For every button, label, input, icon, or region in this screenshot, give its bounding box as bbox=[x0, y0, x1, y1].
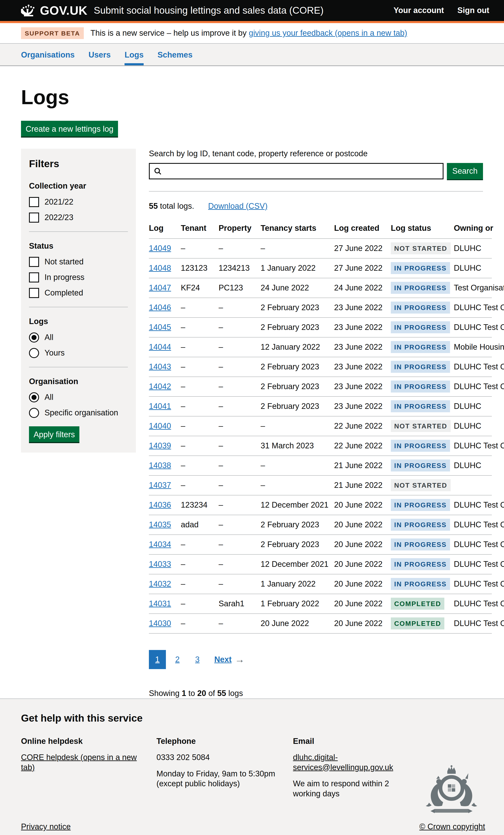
your-account-link[interactable]: Your account bbox=[394, 5, 444, 16]
cell-log-created: 20 June 2022 bbox=[334, 515, 391, 535]
log-link-14038[interactable]: 14038 bbox=[149, 461, 171, 470]
radio-all[interactable] bbox=[29, 332, 39, 343]
govuk-logo[interactable]: GOV.UK bbox=[21, 3, 87, 18]
privacy-notice-link[interactable]: Privacy notice bbox=[21, 822, 71, 832]
pagination-page-2[interactable]: 2 bbox=[169, 650, 186, 669]
table-row: 14041––2 February 202323 June 2022IN PRO… bbox=[149, 396, 492, 416]
footer-item: We aim to respond within 2 working days bbox=[293, 779, 415, 799]
govuk-footer: Get help with this service Online helpde… bbox=[0, 698, 504, 835]
checkbox-2021-22[interactable] bbox=[29, 197, 39, 207]
cell-owning-organisation: DLUHC Test Org bbox=[454, 377, 492, 396]
radio-specific-organisation[interactable] bbox=[29, 408, 39, 418]
nav-link-logs[interactable]: Logs bbox=[124, 50, 144, 59]
log-link-14034[interactable]: 14034 bbox=[149, 540, 171, 549]
cell-tenancy-starts: 1 February 2022 bbox=[261, 594, 334, 614]
log-link-14046[interactable]: 14046 bbox=[149, 303, 171, 312]
cell-log: 14042 bbox=[149, 377, 181, 396]
cell-tenant: – bbox=[181, 614, 219, 633]
checkbox-row-not-started[interactable]: Not started bbox=[29, 257, 128, 267]
log-link-14036[interactable]: 14036 bbox=[149, 501, 171, 509]
cell-log-created: 21 June 2022 bbox=[334, 475, 391, 495]
status-badge: IN PROGRESS bbox=[391, 381, 450, 392]
checkbox-row-completed[interactable]: Completed bbox=[29, 288, 128, 298]
showing-to: 20 bbox=[197, 689, 206, 698]
log-link-14032[interactable]: 14032 bbox=[149, 579, 171, 588]
checkbox-row-2021-22[interactable]: 2021/22 bbox=[29, 197, 128, 207]
radio-row-yours[interactable]: Yours bbox=[29, 348, 128, 358]
nav-link-organisations[interactable]: Organisations bbox=[21, 50, 75, 59]
radio-all[interactable] bbox=[29, 392, 39, 402]
apply-filters-button[interactable]: Apply filters bbox=[29, 426, 79, 442]
log-link-14035[interactable]: 14035 bbox=[149, 520, 171, 529]
primary-nav: OrganisationsUsersLogsSchemes bbox=[0, 44, 504, 66]
cell-log-status: IN PROGRESS bbox=[391, 258, 454, 278]
log-link-14042[interactable]: 14042 bbox=[149, 382, 171, 391]
table-row: 14042––2 February 202323 June 2022IN PRO… bbox=[149, 377, 492, 396]
download-csv-link[interactable]: Download (CSV) bbox=[208, 202, 267, 210]
table-row: 14044––12 January 202223 June 2022IN PRO… bbox=[149, 337, 492, 357]
log-link-14045[interactable]: 14045 bbox=[149, 323, 171, 332]
checkbox-not-started[interactable] bbox=[29, 257, 39, 267]
cell-owning-organisation: Mobile Housing bbox=[454, 337, 492, 357]
cell-log: 14046 bbox=[149, 298, 181, 318]
log-link-14048[interactable]: 14048 bbox=[149, 264, 171, 272]
log-link-14033[interactable]: 14033 bbox=[149, 560, 171, 569]
status-badge: IN PROGRESS bbox=[391, 282, 450, 294]
cell-log-status: IN PROGRESS bbox=[391, 554, 454, 574]
log-link-14039[interactable]: 14039 bbox=[149, 441, 171, 450]
log-link-14030[interactable]: 14030 bbox=[149, 619, 171, 628]
table-row: 14047KF24PC12324 June 202224 June 2022IN… bbox=[149, 278, 492, 298]
log-link-14047[interactable]: 14047 bbox=[149, 283, 171, 292]
nav-item-logs: Logs bbox=[124, 44, 144, 65]
radio-row-specific-organisation[interactable]: Specific organisation bbox=[29, 408, 128, 418]
create-lettings-log-button[interactable]: Create a new lettings log bbox=[21, 121, 118, 137]
cell-property: PC123 bbox=[219, 278, 261, 298]
cell-tenant: – bbox=[181, 357, 219, 377]
cell-tenancy-starts: 2 February 2023 bbox=[261, 298, 334, 318]
nav-link-schemes[interactable]: Schemes bbox=[158, 50, 193, 59]
checkbox-2022-23[interactable] bbox=[29, 212, 39, 223]
log-link-14031[interactable]: 14031 bbox=[149, 599, 171, 608]
footer-link-dluhc-digital-services-levelli[interactable]: dluhc.digital-services@levellingup.gov.u… bbox=[293, 753, 393, 772]
cell-log-status: NOT STARTED bbox=[391, 475, 454, 495]
checkbox-in-progress[interactable] bbox=[29, 272, 39, 283]
filters-title: Filters bbox=[29, 158, 128, 170]
sign-out-link[interactable]: Sign out bbox=[457, 5, 489, 16]
log-link-14041[interactable]: 14041 bbox=[149, 402, 171, 411]
checkbox-completed[interactable] bbox=[29, 288, 39, 298]
results-summary: 55 total logs. Download (CSV) bbox=[149, 201, 483, 211]
radio-row-all[interactable]: All bbox=[29, 332, 128, 343]
feedback-link[interactable]: giving us your feedback (opens in a new … bbox=[249, 28, 407, 37]
checkbox-row-in-progress[interactable]: In progress bbox=[29, 272, 128, 283]
cell-log-created: 23 June 2022 bbox=[334, 318, 391, 337]
cell-log-status: IN PROGRESS bbox=[391, 318, 454, 337]
crown-copyright-link[interactable]: © Crown copyright bbox=[419, 822, 485, 832]
service-name-link[interactable]: Submit social housing lettings and sales… bbox=[94, 4, 323, 17]
checkbox-row-2022-23[interactable]: 2022/23 bbox=[29, 212, 128, 223]
search-input[interactable] bbox=[149, 163, 444, 179]
nav-link-users[interactable]: Users bbox=[88, 50, 111, 59]
cell-owning-organisation: DLUHC Test Org bbox=[454, 515, 492, 535]
log-link-14040[interactable]: 14040 bbox=[149, 422, 171, 430]
cell-property: – bbox=[219, 436, 261, 456]
cell-property: – bbox=[219, 515, 261, 535]
footer-link-core-helpdesk-opens-in-a-new-t[interactable]: CORE helpdesk (opens in a new tab) bbox=[21, 753, 137, 772]
cell-tenant: KF24 bbox=[181, 278, 219, 298]
log-link-14043[interactable]: 14043 bbox=[149, 362, 171, 371]
cell-tenancy-starts: – bbox=[261, 239, 334, 258]
log-link-14044[interactable]: 14044 bbox=[149, 343, 171, 351]
cell-tenant: – bbox=[181, 337, 219, 357]
cell-tenancy-starts: 12 December 2021 bbox=[261, 554, 334, 574]
cell-log-status: IN PROGRESS bbox=[391, 436, 454, 456]
header-account-nav: Your account Sign out bbox=[394, 5, 489, 16]
radio-row-all[interactable]: All bbox=[29, 392, 128, 402]
cell-tenant: 123234 bbox=[181, 495, 219, 515]
pagination-page-3[interactable]: 3 bbox=[189, 650, 206, 669]
pagination-page-1[interactable]: 1 bbox=[149, 650, 166, 669]
log-link-14049[interactable]: 14049 bbox=[149, 244, 171, 253]
log-link-14037[interactable]: 14037 bbox=[149, 481, 171, 490]
search-button[interactable]: Search bbox=[447, 163, 483, 179]
radio-yours[interactable] bbox=[29, 348, 39, 358]
cell-tenancy-starts: – bbox=[261, 456, 334, 475]
pagination-next-link[interactable]: Next bbox=[214, 655, 231, 665]
